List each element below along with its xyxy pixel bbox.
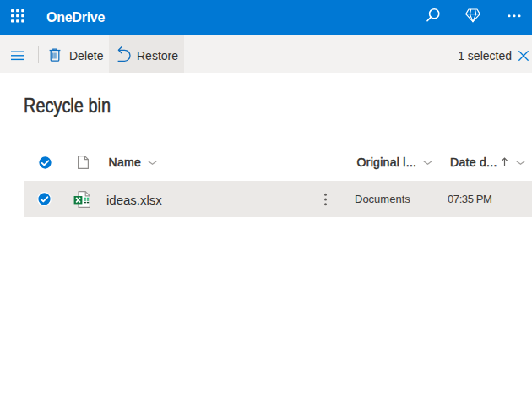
select-all-checkbox[interactable] — [38, 156, 52, 170]
chevron-down-icon — [423, 161, 432, 165]
file-date-deleted: 07:35 PM — [448, 192, 491, 205]
column-header-original-location[interactable]: Original l... — [357, 145, 433, 180]
file-row-ideas-xlsx[interactable]: ideas.xlsx Documents 07:35 PM — [24, 181, 532, 217]
hamburger-menu-icon[interactable] — [11, 49, 24, 63]
restore-button[interactable]: Restore — [109, 35, 184, 73]
column-header-date-deleted[interactable]: Date d... — [450, 145, 525, 180]
sort-ascending-icon — [501, 157, 508, 167]
undo-icon — [117, 46, 131, 63]
onedrive-app: OneDrive — [0, 0, 532, 393]
column-header-name-label: Name — [109, 156, 142, 169]
chevron-down-icon — [148, 161, 157, 165]
selection-status: 1 selected — [458, 35, 512, 73]
file-name[interactable]: ideas.xlsx — [106, 192, 162, 206]
column-header-original-location-label: Original l... — [357, 156, 417, 169]
column-header-date-deleted-label: Date d... — [450, 156, 497, 169]
trash-icon — [49, 48, 61, 62]
suite-bar: OneDrive — [0, 0, 532, 35]
file-original-location: Documents — [355, 192, 410, 205]
delete-button[interactable]: Delete — [44, 35, 109, 73]
toolbar-divider — [38, 46, 39, 63]
restore-button-label: Restore — [137, 49, 178, 63]
file-type-column-icon[interactable] — [78, 156, 89, 169]
clear-selection-icon[interactable] — [518, 51, 529, 61]
excel-file-icon — [73, 191, 90, 208]
search-icon[interactable] — [425, 5, 442, 24]
row-more-options-icon[interactable] — [323, 193, 328, 206]
column-header-name[interactable]: Name — [109, 145, 158, 180]
app-title: OneDrive — [46, 11, 105, 25]
page-title: Recycle bin — [24, 94, 111, 117]
delete-button-label: Delete — [69, 49, 103, 63]
command-bar: Delete Restore 1 selected — [0, 35, 532, 73]
list-header: Name Original l... Date d... — [24, 145, 532, 180]
app-launcher-icon[interactable] — [11, 9, 24, 23]
more-options-icon[interactable] — [508, 14, 521, 18]
chevron-down-icon — [516, 161, 525, 165]
premium-diamond-icon[interactable] — [465, 8, 480, 23]
row-checkbox[interactable] — [37, 192, 52, 206]
